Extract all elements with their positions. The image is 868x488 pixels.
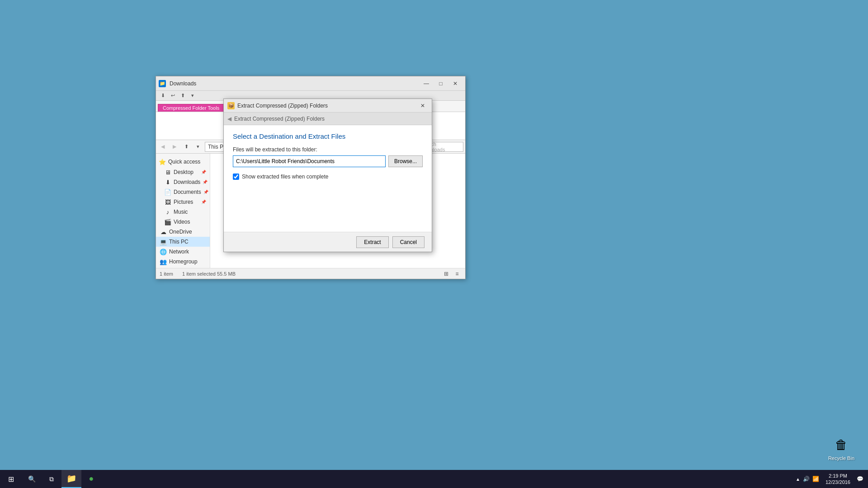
dialog-back-bar: ◀ Extract Compressed (Zipped) Folders bbox=[224, 113, 432, 125]
extract-dialog: 📦 Extract Compressed (Zipped) Folders ✕ … bbox=[223, 99, 432, 252]
dialog-path-row: Browse... bbox=[233, 155, 423, 167]
dialog-checkbox-label: Show extracted files when complete bbox=[242, 174, 328, 180]
dialog-body: Select a Destination and Extract Files F… bbox=[224, 125, 432, 232]
dialog-close-button[interactable]: ✕ bbox=[417, 100, 428, 111]
search-button[interactable]: 🔍 bbox=[22, 470, 42, 488]
dialog-back-icon[interactable]: ◀ bbox=[227, 116, 231, 122]
taskbar-date: 12/23/2016 bbox=[826, 479, 850, 485]
task-view-button[interactable]: ⧉ bbox=[42, 470, 61, 488]
dialog-checkbox-row: Show extracted files when complete bbox=[233, 174, 423, 180]
dialog-show-files-checkbox[interactable] bbox=[233, 174, 239, 180]
dialog-heading: Select a Destination and Extract Files bbox=[233, 132, 423, 140]
taskbar-app-file-explorer[interactable]: 📁 bbox=[61, 470, 81, 488]
dialog-folder-label: Files will be extracted to this folder: bbox=[233, 146, 423, 153]
tray-speaker-icon[interactable]: 🔊 bbox=[803, 476, 810, 482]
task-view-icon: ⧉ bbox=[49, 475, 54, 483]
file-explorer-app-icon: 📁 bbox=[66, 474, 76, 483]
chrome-app-icon: ● bbox=[89, 474, 94, 483]
dialog-title-text: Extract Compressed (Zipped) Folders bbox=[237, 103, 415, 109]
tray-expand-icon[interactable]: ▲ bbox=[796, 477, 800, 482]
taskbar-apps: 📁 ● bbox=[61, 470, 796, 488]
dialog-path-input[interactable] bbox=[233, 155, 386, 167]
taskbar-search-icon: 🔍 bbox=[28, 475, 36, 483]
start-button[interactable]: ⊞ bbox=[0, 470, 22, 488]
tray-network-icon[interactable]: 📶 bbox=[812, 476, 819, 482]
dialog-extract-button[interactable]: Extract bbox=[356, 236, 388, 248]
taskbar-app-chrome[interactable]: ● bbox=[81, 470, 101, 488]
dialog-overlay: 📦 Extract Compressed (Zipped) Folders ✕ … bbox=[0, 0, 868, 488]
taskbar-clock[interactable]: 2:19 PM 12/23/2016 bbox=[822, 473, 854, 486]
taskbar: ⊞ 🔍 ⧉ 📁 ● ▲ 🔊 📶 2:19 PM 12/23/2016 💬 bbox=[0, 470, 868, 488]
dialog-footer: Extract Cancel bbox=[224, 232, 432, 252]
dialog-cancel-button[interactable]: Cancel bbox=[392, 236, 425, 248]
dialog-browse-button[interactable]: Browse... bbox=[388, 155, 423, 167]
taskbar-time: 2:19 PM bbox=[826, 473, 850, 479]
dialog-back-title: Extract Compressed (Zipped) Folders bbox=[234, 116, 325, 122]
tray-notification-icon[interactable]: 💬 bbox=[857, 476, 863, 482]
dialog-title-icon: 📦 bbox=[227, 102, 235, 109]
dialog-title-bar: 📦 Extract Compressed (Zipped) Folders ✕ bbox=[224, 99, 432, 113]
system-tray: ▲ 🔊 📶 2:19 PM 12/23/2016 💬 bbox=[796, 473, 868, 486]
